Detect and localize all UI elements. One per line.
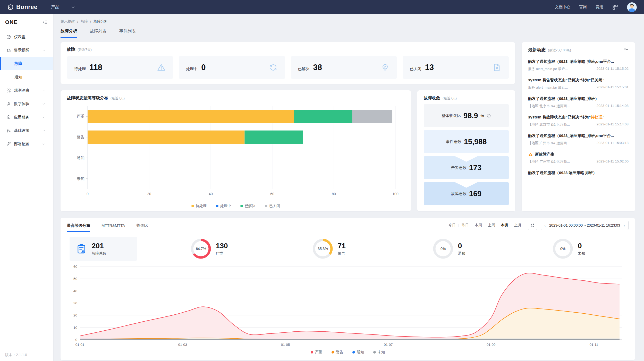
- news-meta-text: 服务 alert_main.jar 最近...: [528, 85, 568, 90]
- stat-card-待处理[interactable]: 待处理118: [67, 56, 173, 79]
- nav-link-3[interactable]: 费用: [596, 5, 603, 10]
- sidebar-item-label: 警示提醒: [14, 48, 42, 53]
- summary-text: 0通知: [458, 242, 465, 256]
- donut-严重: 64.7%: [191, 238, 211, 259]
- status-distribution-panel: 故障状态最高等级分布 (最近7天) 020406080100严重警告通知未知 待…: [61, 90, 411, 211]
- trend-tab-收敛比[interactable]: 收敛比: [136, 219, 148, 232]
- latest-activity-panel: 最新动态 (最近7天100条) 触发了通知流程（0923_响应策略_排班,one…: [522, 42, 635, 211]
- sidebar-item-3[interactable]: 观测洞察: [0, 84, 53, 97]
- sort-icon[interactable]: [623, 47, 629, 53]
- page-tabs: 故障分析故障列表事件列表: [61, 29, 635, 38]
- legend-item-未知[interactable]: 未知: [373, 350, 385, 355]
- funnel-block-告警总数[interactable]: 告警总数173: [424, 156, 509, 179]
- sidebar-collapse-icon[interactable]: [43, 20, 48, 25]
- news-item-5[interactable]: 触发了通知流程（0923_响应策略_排班,one平台...【地区 广州市 && …: [528, 133, 629, 145]
- sidebar-item-7[interactable]: 部署配置: [0, 137, 53, 151]
- svg-text:01-05: 01-05: [281, 343, 290, 347]
- breadcrumb-item-3[interactable]: 故障分析: [94, 19, 108, 24]
- stat-text: 待处理118: [74, 63, 102, 72]
- tab-故障列表[interactable]: 故障列表: [90, 29, 106, 38]
- wrench-icon: [6, 142, 11, 147]
- stat-card-处理中[interactable]: 处理中0: [179, 56, 285, 79]
- sidebar-item-6[interactable]: 基础设施: [0, 124, 53, 137]
- funnel-block-事件总数[interactable]: 事件总数15,988: [424, 130, 509, 153]
- funnel-block-整体收敛比[interactable]: 整体收敛比98.9%: [424, 104, 509, 127]
- funnel-label: 事件总数: [446, 139, 461, 144]
- news-item-1[interactable]: 触发了通知流程（0923_响应策略_排班,one平台...服务 alert_ma…: [528, 59, 629, 71]
- news-item-2[interactable]: system 将告警状态由“已解决”转为“已关闭”服务 alert_main.j…: [528, 78, 629, 90]
- quick-range-上周[interactable]: 上周: [485, 223, 498, 228]
- news-item-4[interactable]: system 将故障状态由“已解决”转为“待处理”【地区 北京市 && 运营商.…: [528, 115, 629, 127]
- next-range-icon[interactable]: ›: [624, 223, 625, 228]
- product-menu[interactable]: 产品: [51, 4, 59, 10]
- legend-dot: [240, 205, 243, 207]
- legend-label: 处理中: [220, 204, 231, 208]
- sidebar-item-label: 基础设施: [14, 128, 42, 133]
- tab-故障分析[interactable]: 故障分析: [61, 29, 77, 38]
- quick-range-昨日[interactable]: 昨日: [459, 223, 472, 228]
- trend-summary-row: 201故障总数64.7%130严重35.3%71警告0%0通知0%0未知: [67, 235, 629, 262]
- breadcrumb-item-1[interactable]: 警示提醒: [61, 19, 75, 24]
- legend-item-待处理[interactable]: 待处理: [191, 204, 207, 208]
- version-label: 版本：2.1.1.0: [5, 353, 27, 357]
- legend-item-通知[interactable]: 通知: [352, 350, 364, 355]
- quick-range-本周[interactable]: 本周: [472, 223, 485, 228]
- bonree-logo-icon: [7, 4, 14, 11]
- alert-filled-icon: [528, 152, 533, 157]
- apps-grid-icon[interactable]: [612, 4, 618, 10]
- legend-item-已关闭[interactable]: 已关闭: [265, 204, 280, 208]
- legend-item-严重[interactable]: 严重: [311, 350, 322, 355]
- sidebar-item-2[interactable]: 警示提醒: [0, 44, 53, 57]
- funnel-block-故障总数[interactable]: 故障总数169: [424, 182, 509, 205]
- tab-事件列表[interactable]: 事件列表: [119, 29, 136, 38]
- svg-text:10: 10: [73, 326, 77, 330]
- legend-item-警告[interactable]: 警告: [332, 350, 343, 355]
- refresh-button[interactable]: [528, 221, 537, 230]
- summary-value: 0: [458, 242, 465, 250]
- nav-link-1[interactable]: 文档中心: [555, 5, 570, 10]
- news-item-title: system 将故障状态由“已解决”转为“待处理”: [528, 115, 629, 120]
- donut-警告: 35.3%: [312, 238, 333, 259]
- svg-text:50: 50: [73, 277, 77, 281]
- info-icon[interactable]: [487, 114, 491, 118]
- sidebar-subitem-故障[interactable]: 故障: [0, 57, 53, 70]
- summary-segment-未知: 0%0未知: [509, 238, 629, 259]
- news-item-meta: 【地区 北京市 && 运营商...2023-01-11 15:14:08: [528, 104, 629, 108]
- news-item-7[interactable]: 触发了通知流程（0923 响应策略 排班）: [528, 170, 629, 175]
- trend-tab-最高等级分布[interactable]: 最高等级分布: [67, 219, 90, 232]
- sidebar-item-4[interactable]: 数字体验: [0, 97, 53, 110]
- svg-text:60: 60: [270, 192, 274, 196]
- date-range-picker[interactable]: ‹ 2023-01-01 00:00:00 ~ 2023-01-11 16:23…: [541, 221, 629, 230]
- sidebar-item-5[interactable]: 应用服务: [0, 110, 53, 124]
- svg-text:30: 30: [73, 301, 77, 305]
- news-item-6[interactable]: 新故障产生【地区 广州市 && 运营商...2023-01-11 15:02:0…: [528, 152, 629, 164]
- prev-range-icon[interactable]: ‹: [544, 223, 546, 228]
- chevron-down-icon[interactable]: [71, 5, 75, 9]
- breadcrumb-item-2[interactable]: 故障: [81, 19, 88, 24]
- trend-tab-MTTR&MTTA[interactable]: MTTR&MTTA: [101, 219, 125, 232]
- gauge-icon: [6, 35, 11, 39]
- user-avatar[interactable]: [627, 2, 637, 12]
- quick-range-上月[interactable]: 上月: [511, 223, 524, 228]
- news-meta-text: 【地区 北京市 && 运营商...: [528, 122, 570, 127]
- quick-range-今日[interactable]: 今日: [446, 223, 459, 228]
- status-bar-chart: 020406080100严重警告通知未知: [67, 102, 404, 202]
- quick-range-本月[interactable]: 本月: [498, 223, 511, 228]
- chev-down-icon: [42, 116, 45, 119]
- news-item-3[interactable]: 触发了通知流程（0923_响应策略_排班）【地区 北京市 && 运营商...20…: [528, 96, 629, 108]
- stat-card-已解决[interactable]: 已解决38: [291, 56, 397, 79]
- legend-label: 严重: [315, 350, 322, 355]
- stat-card-已关闭[interactable]: 已关闭13: [403, 56, 509, 79]
- top-navbar: Bonree 产品 文档中心官网费用: [0, 0, 644, 14]
- scope-icon: [6, 88, 11, 93]
- donut-未知: 0%: [553, 238, 573, 259]
- bar-chart-legend: 待处理处理中已解决已关闭: [67, 204, 404, 208]
- fault-total-card: 201故障总数: [70, 237, 137, 261]
- sidebar-item-1[interactable]: 仪表盘: [0, 30, 53, 44]
- news-item-meta: 【地区 广州市 && 运营商...2023-01-11 15:02:00: [528, 159, 629, 164]
- nav-link-2[interactable]: 官网: [579, 5, 587, 10]
- legend-dot: [265, 205, 267, 207]
- sidebar-subitem-通知[interactable]: 通知: [0, 70, 53, 84]
- legend-item-处理中[interactable]: 处理中: [216, 204, 231, 208]
- legend-item-已解决[interactable]: 已解决: [240, 204, 256, 208]
